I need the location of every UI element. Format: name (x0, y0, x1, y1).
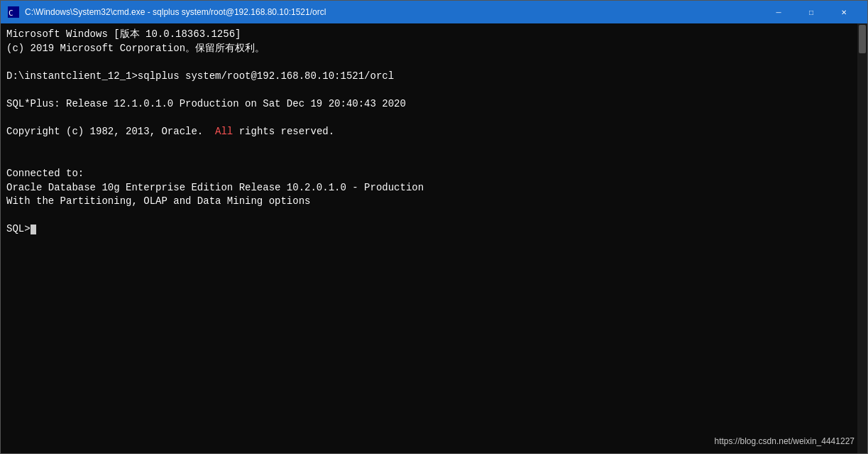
watermark: https://blog.csdn.net/weixin_4441227 (715, 436, 855, 446)
terminal-line-13: With the Partitioning, OLAP and Data Min… (6, 195, 852, 209)
terminal-line-14 (6, 209, 852, 223)
titlebar: C C:\Windows\System32\cmd.exe - sqlplus … (1, 1, 867, 23)
cmd-icon: C (8, 6, 19, 18)
terminal-line-7 (6, 112, 852, 126)
window-title: C:\Windows\System32\cmd.exe - sqlplus sy… (25, 7, 762, 17)
terminal-line-5 (6, 83, 852, 97)
maximize-button[interactable]: □ (795, 1, 828, 23)
terminal-body[interactable]: Microsoft Windows [版本 10.0.18363.1256] (… (1, 23, 857, 453)
terminal-prompt: SQL> (6, 222, 852, 237)
terminal-line-3 (6, 55, 852, 70)
terminal-line-1: Microsoft Windows [版本 10.0.18363.1256] (6, 28, 852, 42)
svg-text:C: C (9, 9, 13, 18)
cmd-window: C C:\Windows\System32\cmd.exe - sqlplus … (0, 0, 868, 454)
content-area: Microsoft Windows [版本 10.0.18363.1256] (… (1, 23, 867, 453)
terminal-line-4: D:\instantclient_12_1>sqlplus system/roo… (6, 70, 852, 84)
scrollbar[interactable] (857, 23, 867, 453)
terminal-line-9 (6, 139, 852, 153)
terminal-line-6: SQL*Plus: Release 12.1.0.1.0 Production … (6, 97, 852, 112)
minimize-button[interactable]: ─ (762, 1, 795, 23)
close-button[interactable]: ✕ (828, 1, 860, 23)
terminal-line-12: Oracle Database 10g Enterprise Edition R… (6, 181, 852, 195)
terminal-line-11: Connected to: (6, 167, 852, 181)
scrollbar-thumb[interactable] (859, 25, 866, 53)
terminal-line-2: (c) 2019 Microsoft Corporation。保留所有权利。 (6, 42, 852, 56)
terminal-line-8: Copyright (c) 1982, 2013, Oracle. All ri… (6, 125, 852, 139)
titlebar-controls: ─ □ ✕ (762, 1, 860, 23)
terminal-line-10 (6, 153, 852, 167)
